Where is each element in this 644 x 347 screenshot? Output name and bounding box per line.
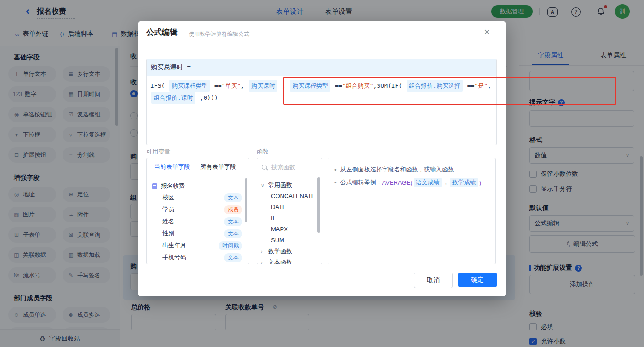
formula-line: 组合报价.课时 ,0))): [150, 92, 496, 104]
variable-field-name: 手机号码: [162, 253, 186, 262]
formula-code: ,SUM(IF(: [374, 82, 406, 89]
function-group[interactable]: ›数学函数: [261, 246, 322, 257]
variables-tab[interactable]: 所有表单字段: [200, 163, 236, 171]
variable-field-row[interactable]: 校区文本: [152, 192, 244, 204]
cancel-button[interactable]: 取消: [414, 273, 453, 288]
variable-field-row[interactable]: 出生年月时间戳: [152, 239, 244, 251]
function-group-name: 文本函数: [268, 258, 292, 264]
variables-panel: 当前表单字段所有表单字段 报名收费 校区文本学员成员姓名文本性别文本出生年月时间…: [146, 158, 249, 264]
string-literal: "组合购买": [342, 82, 374, 89]
formula-code: ,0))): [196, 94, 218, 101]
search-icon: [262, 165, 267, 170]
formula-editor[interactable]: 购买总课时 = IFS( 购买课程类型 =="单买", 购买课时 , 购买课程类…: [146, 59, 497, 145]
variables-tabs: 当前表单字段所有表单字段: [147, 158, 249, 176]
function-item[interactable]: MAPX: [261, 224, 322, 235]
function-item[interactable]: IF: [261, 213, 322, 224]
field-type-badge: 文本: [224, 229, 242, 238]
variable-field-name: 学员: [162, 205, 174, 214]
bullet: •: [334, 166, 337, 173]
variables-scrollbar[interactable]: [245, 178, 247, 222]
function-group-name: 数学函数: [268, 247, 292, 256]
modal-subtitle: 使用数学运算符编辑公式: [189, 30, 249, 38]
example-function-close: ): [479, 179, 481, 186]
app-root: ‹ 报名收费 表单设计表单设置 数据管理 A ? 训 ∞表单外链⟨⟩后端脚本▤数…: [0, 0, 644, 347]
formula-body[interactable]: IFS( 购买课程类型 =="单买", 购买课时 , 购买课程类型 =="组合购…: [147, 76, 496, 104]
chevron-right-icon: ›: [261, 249, 265, 254]
variable-field-row[interactable]: 手机号码文本: [152, 251, 244, 263]
variable-field-name: 校区: [162, 193, 174, 202]
functions-scrollbar[interactable]: [317, 177, 320, 233]
form-doc-icon: [152, 183, 157, 189]
field-token[interactable]: 购买课程类型: [290, 80, 330, 92]
function-search-input[interactable]: [270, 163, 314, 171]
formula-code: ,: [278, 82, 289, 89]
variable-field-name: 出生年月: [162, 241, 186, 250]
string-literal: "单买": [222, 82, 241, 89]
function-tree: ∨常用函数CONCATENATEDATEIFMAPXSUM›数学函数›文本函数: [257, 176, 322, 264]
functions-panel: ∨常用函数CONCATENATEDATEIFMAPXSUM›数学函数›文本函数: [257, 158, 322, 264]
example-field-chip: 语文成绩: [414, 178, 442, 187]
field-type-badge: 成员: [224, 205, 242, 214]
close-icon[interactable]: ×: [484, 27, 490, 37]
field-token[interactable]: 组合报价.课时: [151, 92, 196, 104]
chevron-right-icon: ›: [261, 260, 265, 265]
variable-field-list: 校区文本学员成员姓名文本性别文本出生年月时间戳手机号码文本: [152, 192, 244, 263]
tip-line-1: • 从左侧面板选择字段名和函数，或输入函数: [334, 165, 489, 174]
field-type-badge: 文本: [224, 217, 242, 226]
formula-target: 购买总课时 =: [147, 59, 496, 76]
function-search[interactable]: [257, 158, 322, 176]
field-type-badge: 时间戳: [218, 241, 242, 250]
variable-field-row[interactable]: 性别文本: [152, 228, 244, 239]
function-group[interactable]: ›文本函数: [261, 257, 322, 264]
function-item[interactable]: DATE: [261, 202, 322, 213]
formula-code: ,: [241, 82, 248, 89]
formula-code: ==: [331, 82, 342, 89]
formula-code: IFS(: [150, 82, 168, 89]
formula-code: ==: [211, 82, 221, 89]
formula-code: ==: [464, 82, 474, 89]
bullet: •: [334, 179, 337, 186]
variable-field-name: 姓名: [162, 217, 174, 226]
example-field-chip: 数学成绩: [450, 178, 478, 187]
function-item[interactable]: CONCATENATE: [261, 191, 322, 202]
string-literal: "是": [474, 82, 488, 89]
tip-line-2: • 公式编辑举例： AVERAGE( 语文成绩 ， 数学成绩 ): [334, 178, 489, 187]
modal-title: 公式编辑: [146, 27, 178, 38]
functions-label: 函数: [257, 148, 269, 156]
variable-field-row[interactable]: 姓名文本: [152, 216, 244, 228]
function-group-name: 常用函数: [268, 181, 292, 189]
field-token[interactable]: 组合报价.购买选择: [407, 80, 463, 92]
example-function-open: AVERAGE(: [382, 179, 413, 186]
field-token[interactable]: 购买课时: [249, 80, 277, 92]
variables-tree: 报名收费 校区文本学员成员姓名文本性别文本出生年月时间戳手机号码文本: [147, 176, 249, 263]
confirm-button[interactable]: 确定: [458, 273, 497, 287]
formula-editor-modal: 公式编辑 使用数学运算符编辑公式 × 购买总课时 = IFS( 购买课程类型 =…: [138, 21, 506, 296]
formula-line: IFS( 购买课程类型 =="单买", 购买课时 , 购买课程类型 =="组合购…: [150, 80, 496, 92]
chevron-down-icon: ∨: [261, 183, 265, 188]
variables-tab[interactable]: 当前表单字段: [154, 163, 190, 171]
field-type-badge: 文本: [224, 253, 242, 262]
function-item[interactable]: SUM: [261, 235, 322, 246]
variable-field-row[interactable]: 学员成员: [152, 204, 244, 216]
formula-code: ,: [488, 82, 491, 89]
variables-label: 可用变量: [146, 148, 170, 156]
variable-field-name: 性别: [162, 229, 174, 238]
field-type-badge: 文本: [224, 193, 242, 202]
tips-panel: • 从左侧面板选择字段名和函数，或输入函数 • 公式编辑举例： AVERAGE(…: [328, 158, 496, 264]
function-group[interactable]: ∨常用函数: [261, 180, 322, 191]
form-root-node[interactable]: 报名收费: [152, 181, 244, 192]
field-token[interactable]: 购买课程类型: [169, 80, 210, 92]
